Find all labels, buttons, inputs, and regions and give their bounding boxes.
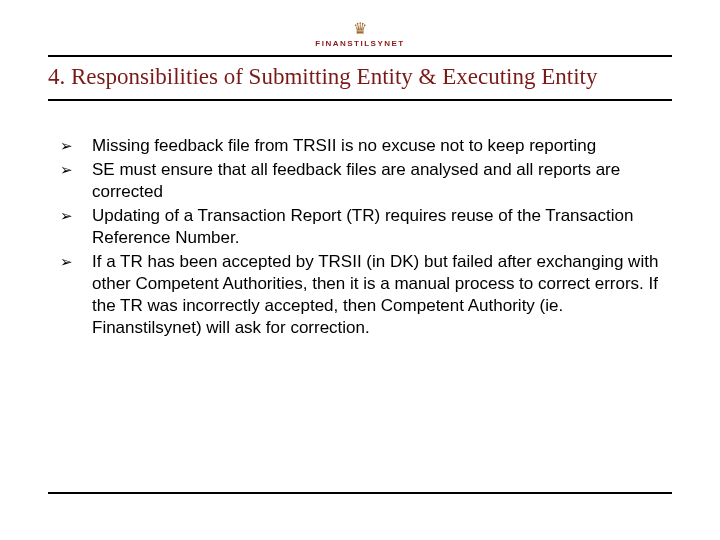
bullet-list: Missing feedback file from TRSII is no e… (60, 135, 660, 339)
slide: ♛ FINANSTILSYNET 4. Responsibilities of … (0, 0, 720, 540)
title-block: 4. Responsibilities of Submitting Entity… (48, 55, 672, 101)
logo: ♛ FINANSTILSYNET (0, 20, 720, 48)
list-item: Missing feedback file from TRSII is no e… (60, 135, 660, 157)
list-item: Updating of a Transaction Report (TR) re… (60, 205, 660, 249)
crown-icon: ♛ (353, 22, 367, 36)
list-item: SE must ensure that all feedback files a… (60, 159, 660, 203)
divider-top (48, 55, 672, 57)
divider-bottom (48, 492, 672, 494)
divider-under-title (48, 99, 672, 101)
page-title: 4. Responsibilities of Submitting Entity… (48, 63, 672, 91)
org-name: FINANSTILSYNET (0, 39, 720, 48)
list-item: If a TR has been accepted by TRSII (in D… (60, 251, 660, 339)
content: Missing feedback file from TRSII is no e… (60, 135, 660, 341)
